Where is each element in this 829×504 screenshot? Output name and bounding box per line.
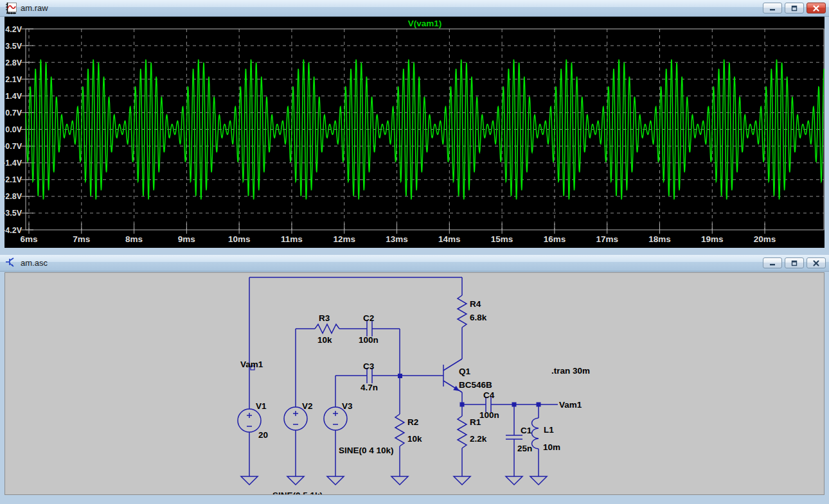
label-R1[interactable]: R1	[470, 417, 481, 427]
waveform-pane[interactable]: 4.2V3.5V2.8V2.1V1.4V0.7V0.0V-0.7V-1.4V-2…	[4, 17, 825, 248]
value-V2[interactable]: SINE(0 5 1k)	[272, 491, 323, 494]
label-C3[interactable]: C3	[363, 361, 375, 371]
schematic-svg[interactable]: Vam1 Vam1 .tran 30m V1 20 V2 SINE(0 5 1k…	[5, 273, 824, 494]
waveform-chart-icon	[5, 3, 17, 14]
schem-close-button[interactable]	[807, 257, 826, 268]
close-button[interactable]	[807, 3, 826, 13]
schem-restore-button[interactable]	[785, 257, 804, 268]
x-axis-tick-label: 12ms	[333, 234, 355, 244]
minimize-icon	[769, 5, 776, 12]
value-V1[interactable]: 20	[258, 430, 268, 440]
voltage-source-V1[interactable]	[238, 409, 261, 432]
label-L1[interactable]: L1	[544, 425, 554, 435]
label-C2[interactable]: C2	[363, 313, 374, 323]
value-C2[interactable]: 100n	[359, 335, 379, 345]
label-C4[interactable]: C4	[483, 390, 495, 400]
y-axis-tick-label: -2.1V	[4, 175, 22, 184]
resistor-R1[interactable]	[458, 416, 467, 448]
value-R4[interactable]: 6.8k	[470, 313, 487, 322]
y-axis-tick-label: -4.2V	[4, 226, 22, 235]
schematic-titlebar[interactable]: am.asc	[0, 255, 829, 272]
label-V2[interactable]: V2	[302, 401, 313, 411]
label-R3[interactable]: R3	[319, 313, 330, 323]
schematic-window: am.asc	[0, 252, 829, 504]
label-V3[interactable]: V3	[342, 401, 353, 411]
schematic-symbol-icon	[5, 257, 17, 269]
resistor-R2[interactable]	[395, 414, 404, 446]
y-axis-tick-label: -2.8V	[4, 192, 22, 201]
directive-tran[interactable]: .tran 30m	[551, 366, 590, 376]
y-axis-tick-label: -0.7V	[4, 142, 22, 151]
x-axis-tick-label: 17ms	[596, 234, 618, 244]
x-axis-tick-label: 13ms	[386, 234, 408, 244]
value-C4[interactable]: 100n	[479, 410, 499, 420]
value-L1[interactable]: 10m	[543, 442, 560, 452]
value-C3[interactable]: 4.7n	[361, 383, 378, 392]
net-label-vam1-right[interactable]: Vam1	[559, 400, 582, 410]
restore-icon	[790, 260, 798, 266]
x-axis-tick-label: 7ms	[73, 234, 90, 244]
y-axis-tick-label: 4.2V	[5, 25, 22, 34]
x-axis-tick-label: 14ms	[438, 234, 461, 244]
x-axis-tick-label: 11ms	[281, 234, 303, 244]
x-axis-tick-label: 19ms	[701, 234, 724, 244]
plot-tick-labels: 4.2V3.5V2.8V2.1V1.4V0.7V0.0V-0.7V-1.4V-2…	[4, 25, 776, 245]
net-label-vam1-top[interactable]: Vam1	[240, 360, 263, 369]
x-axis-tick-label: 15ms	[491, 234, 513, 244]
y-axis-tick-label: 3.5V	[5, 42, 22, 51]
x-axis-tick-label: 10ms	[228, 234, 251, 244]
value-Q1[interactable]: BC546B	[459, 380, 492, 390]
value-R1[interactable]: 2.2k	[470, 434, 487, 444]
x-axis-tick-label: 16ms	[544, 234, 566, 244]
junction-dots	[398, 374, 541, 407]
value-C1[interactable]: 25n	[517, 444, 532, 453]
label-R4[interactable]: R4	[470, 299, 481, 309]
y-axis-tick-label: 0.0V	[5, 125, 22, 134]
waveform-titlebar[interactable]: am.raw	[0, 0, 829, 17]
x-axis-tick-label: 6ms	[20, 234, 37, 244]
close-icon	[812, 260, 820, 266]
restore-icon	[790, 5, 798, 12]
schematic-canvas[interactable]: Vam1 Vam1 .tran 30m V1 20 V2 SINE(0 5 1k…	[4, 272, 825, 495]
value-R3[interactable]: 10k	[317, 335, 332, 345]
resistor-R4[interactable]	[458, 295, 467, 327]
schematic-window-title: am.asc	[21, 258, 48, 268]
resistor-R3[interactable]	[315, 324, 339, 333]
close-icon	[812, 5, 820, 12]
x-axis-tick-label: 8ms	[125, 234, 143, 244]
label-Q1[interactable]: Q1	[459, 367, 471, 376]
y-axis-tick-label: -1.4V	[4, 159, 22, 168]
minimize-icon	[769, 260, 776, 266]
restore-button[interactable]	[785, 3, 804, 13]
plot-axes	[21, 29, 765, 234]
schematic-labels: Vam1 Vam1 .tran 30m V1 20 V2 SINE(0 5 1k…	[240, 299, 590, 494]
plot-title: V(vam1)	[408, 19, 442, 28]
y-axis-tick-label: -3.5V	[4, 209, 22, 218]
y-axis-tick-label: 0.7V	[5, 109, 22, 117]
inductor-L1[interactable]	[532, 418, 539, 449]
waveform-plot[interactable]: 4.2V3.5V2.8V2.1V1.4V0.7V0.0V-0.7V-1.4V-2…	[4, 17, 825, 248]
x-axis-tick-label: 18ms	[648, 234, 671, 244]
y-axis-tick-label: 2.8V	[5, 58, 22, 67]
label-V1[interactable]: V1	[256, 401, 267, 411]
label-R2[interactable]: R2	[407, 417, 418, 427]
value-V3[interactable]: SINE(0 4 10k)	[339, 446, 394, 455]
x-axis-tick-label: 20ms	[754, 234, 776, 244]
value-R2[interactable]: 10k	[407, 434, 422, 444]
ground-symbols[interactable]	[241, 476, 547, 485]
y-axis-tick-label: 2.1V	[5, 75, 22, 84]
minimize-button[interactable]	[763, 3, 782, 13]
waveform-window: am.raw 4.2V3.5V2.8V2.1V1.4V0.7V0.0V-0.7V…	[0, 0, 829, 252]
wires[interactable]	[249, 277, 558, 476]
label-C1[interactable]: C1	[521, 426, 532, 435]
schem-minimize-button[interactable]	[763, 257, 782, 268]
capacitor-C1[interactable]	[506, 435, 522, 439]
x-axis-tick-label: 9ms	[178, 234, 195, 244]
waveform-window-title: am.raw	[21, 3, 48, 13]
capacitor-C2[interactable]	[367, 321, 372, 336]
y-axis-tick-label: 1.4V	[5, 92, 22, 101]
